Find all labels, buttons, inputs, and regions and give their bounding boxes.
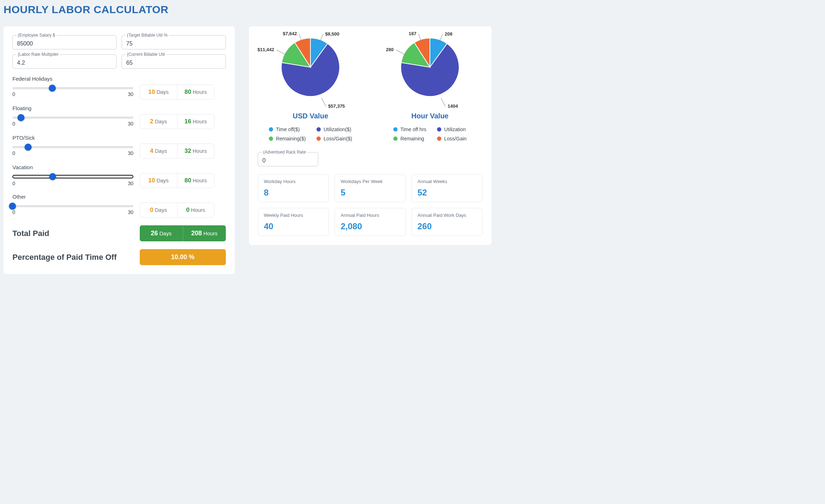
legend-item: Utilization [437, 127, 467, 132]
total-paid-label: Total Paid [12, 229, 133, 238]
slider-thumb-4[interactable] [9, 203, 16, 210]
slider-thumb-1[interactable] [17, 114, 25, 121]
slider-label-1: Floating [12, 105, 226, 111]
slider-thumb-0[interactable] [49, 85, 56, 92]
legend-item: Utilization($) [316, 127, 352, 132]
slider-badge-4: 0 Days 0 Hours [140, 203, 214, 218]
stat-card-4: Annual Paid Hours 2,080 [335, 208, 406, 236]
slider-label-3: Vacation [12, 164, 226, 170]
targetUtil-field[interactable]: Target Billable Util % 75 [122, 35, 226, 49]
results-card: $8,500$57,375$11,442$7,642 USD Value Tim… [249, 26, 491, 245]
pto-pct-badge: 10.00 % [140, 249, 226, 265]
slider-4[interactable] [12, 205, 133, 207]
page-title: HOURLY LABOR CALCULATOR [4, 4, 491, 16]
slider-thumb-3[interactable] [49, 173, 56, 180]
currentUtil-field[interactable]: Current Billable Util 65 [122, 54, 226, 69]
slider-1[interactable] [12, 117, 133, 119]
stat-card-5: Annual Paid Work Days 260 [411, 208, 483, 236]
legend-item: Loss/Gain($) [316, 136, 352, 141]
legend-item: Remaining($) [269, 136, 306, 141]
slider-badge-3: 10 Days 80 Hours [140, 173, 214, 188]
slider-badge-2: 4 Days 32 Hours [140, 144, 214, 159]
legend-item: Time off hrs [393, 127, 426, 132]
multiplier-field[interactable]: Labor Rate Multipiler 4.2 [12, 54, 117, 69]
slider-badge-0: 10 Days 80 Hours [140, 85, 214, 100]
pto-pct-label: Percentage of Paid Time Off [12, 253, 133, 262]
legend-item: Time off($) [269, 127, 306, 132]
slider-badge-1: 2 Days 16 Hours [140, 114, 214, 129]
pie-chart-0: $8,500$57,375$11,442$7,642 [264, 35, 357, 106]
calculator-card: Employee Salary $ 85000 Target Billable … [4, 26, 235, 274]
slider-3[interactable] [12, 175, 133, 178]
chart-title-1: Hour Value [377, 112, 483, 120]
stat-card-2: Annual Weeks 52 [411, 174, 483, 202]
slider-0[interactable] [12, 87, 133, 89]
rack-rate-field[interactable]: Advertised Rack Rate 0 [258, 152, 318, 166]
slider-label-4: Other [12, 194, 226, 200]
slider-thumb-2[interactable] [25, 144, 32, 151]
slider-2[interactable] [12, 146, 133, 148]
stat-card-1: Workdays Per Week 5 [335, 174, 406, 202]
total-paid-badge: 26 Days 208 Hours [140, 225, 226, 241]
stat-card-3: Weekly Paid Hours 40 [258, 208, 329, 236]
legend-item: Loss/Gain [437, 136, 467, 141]
legend-item: Remaining [393, 136, 426, 141]
stat-card-0: Workday Hours 8 [258, 174, 329, 202]
slider-label-2: PTO/Sick [12, 135, 226, 141]
chart-title-0: USD Value [258, 112, 363, 120]
salary-field[interactable]: Employee Salary $ 85000 [12, 35, 117, 49]
pie-chart-1: 2081404280187 [384, 35, 476, 106]
slider-label-0: Federal Holidays [12, 76, 226, 82]
